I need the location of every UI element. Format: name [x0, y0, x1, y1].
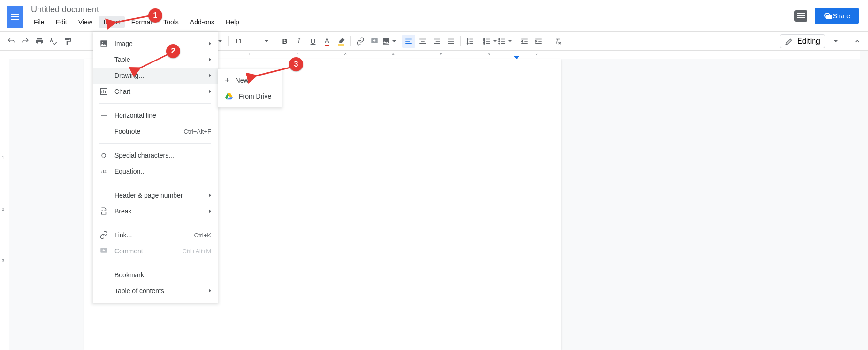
menu-item-label: Footnote: [114, 128, 140, 135]
submenu-arrow-icon: [209, 193, 211, 197]
svg-line-13: [139, 54, 168, 68]
underline-button[interactable]: U: [306, 35, 320, 48]
font-size-field[interactable]: 11: [232, 37, 258, 45]
paint-format-button[interactable]: [61, 35, 74, 48]
menu-addons[interactable]: Add-ons: [185, 16, 219, 28]
submenu-item-from-drive[interactable]: From Drive: [218, 88, 282, 104]
mode-dropdown[interactable]: [828, 35, 841, 48]
svg-text:3: 3: [484, 42, 485, 45]
menu-item-comment: Comment Ctrl+Alt+M: [93, 243, 218, 259]
align-right-button[interactable]: [430, 35, 443, 48]
menu-item-label: Table: [114, 56, 130, 63]
menu-item-horizontal-line[interactable]: Horizontal line: [93, 107, 218, 123]
svg-line-12: [114, 16, 149, 23]
share-button-label: Share: [833, 12, 850, 20]
comment-icon: [99, 247, 108, 255]
menu-item-label: Bookmark: [114, 271, 144, 279]
toolbar-separator: [275, 36, 275, 46]
share-button[interactable]: Share: [815, 8, 859, 24]
menu-separator: [99, 183, 211, 183]
toolbar-separator: [480, 36, 480, 46]
document-title[interactable]: Untitled document: [29, 3, 794, 15]
svg-point-9: [102, 42, 103, 43]
blank-icon: [99, 127, 108, 136]
mode-selector[interactable]: Editing: [780, 34, 825, 48]
svg-line-14: [255, 68, 290, 76]
menu-item-chart[interactable]: Chart: [93, 84, 218, 99]
toolbar-separator: [350, 36, 351, 46]
font-size-dropdown[interactable]: [259, 35, 272, 48]
decrease-indent-button[interactable]: [518, 35, 531, 48]
bulleted-list-button[interactable]: [498, 35, 512, 48]
menu-item-link[interactable]: Link... Ctrl+K: [93, 227, 218, 243]
submenu-arrow-icon: [209, 209, 211, 213]
align-center-button[interactable]: [416, 35, 429, 48]
insert-image-button[interactable]: [382, 35, 396, 48]
print-button[interactable]: [33, 35, 46, 48]
docs-logo-icon[interactable]: [7, 6, 23, 28]
text-color-button[interactable]: A: [320, 35, 334, 48]
toolbar-separator: [399, 36, 399, 46]
menu-item-equation[interactable]: π2 Equation...: [93, 163, 218, 179]
menu-view[interactable]: View: [74, 16, 97, 28]
align-left-button[interactable]: [402, 35, 415, 48]
menu-edit[interactable]: Edit: [51, 16, 72, 28]
pi-icon: π2: [99, 167, 108, 175]
blank-icon: [99, 191, 108, 199]
insert-link-button[interactable]: [354, 35, 367, 48]
add-comment-button[interactable]: [368, 35, 381, 48]
highlight-button[interactable]: [335, 35, 348, 48]
h-ruler-mark: 1: [248, 52, 251, 56]
undo-button[interactable]: [5, 35, 18, 48]
align-justify-button[interactable]: [444, 35, 457, 48]
menu-item-special-chars[interactable]: Ω Special characters...: [93, 147, 218, 163]
menu-file[interactable]: File: [29, 16, 49, 28]
clear-formatting-button[interactable]: [551, 35, 564, 48]
menu-tools[interactable]: Tools: [159, 16, 183, 28]
submenu-arrow-icon: [209, 58, 211, 61]
mode-label: Editing: [797, 37, 820, 46]
h-ruler-mark: 7: [535, 52, 538, 56]
header-right: Share: [794, 3, 863, 24]
redo-button[interactable]: [19, 35, 32, 48]
collapse-toolbar-button[interactable]: [851, 35, 863, 47]
h-ruler-mark: 3: [344, 52, 346, 56]
menu-item-break[interactable]: Break: [93, 203, 218, 219]
menu-item-header-page[interactable]: Header & page number: [93, 187, 218, 203]
menu-item-image[interactable]: Image: [93, 36, 218, 52]
menu-item-bookmark[interactable]: Bookmark: [93, 267, 218, 283]
h-ruler-mark: 5: [440, 52, 442, 56]
annotation-arrow-1: [111, 14, 153, 26]
vertical-ruler[interactable]: 1 2 3: [0, 51, 9, 350]
line-spacing-button[interactable]: [464, 35, 477, 48]
link-icon: [99, 231, 108, 239]
blank-icon: [99, 287, 108, 295]
menu-item-toc[interactable]: Table of contents: [93, 283, 218, 299]
v-ruler-mark: 1: [2, 155, 4, 160]
submenu-label: New: [236, 76, 249, 84]
bold-button[interactable]: B: [278, 35, 291, 48]
menu-help[interactable]: Help: [221, 16, 244, 28]
open-comments-icon[interactable]: [794, 10, 807, 22]
pencil-icon: [785, 37, 793, 46]
menu-shortcut: Ctrl+K: [194, 232, 211, 239]
blank-icon: [99, 71, 108, 80]
italic-button[interactable]: I: [292, 35, 305, 48]
plus-icon: +: [225, 76, 230, 84]
svg-point-5: [499, 38, 500, 39]
font-size-value: 11: [232, 38, 244, 45]
menu-separator: [99, 223, 211, 223]
toolbar-separator: [548, 36, 548, 46]
h-ruler-mark: 6: [487, 52, 490, 56]
submenu-label: From Drive: [239, 92, 271, 100]
page-break-icon: [99, 207, 108, 215]
lock-icon: [823, 13, 829, 19]
spellcheck-button[interactable]: [47, 35, 60, 48]
annotation-arrow-3: [251, 66, 294, 81]
toolbar-separator: [846, 36, 846, 46]
menu-shortcut: Ctrl+Alt+M: [183, 248, 211, 255]
menu-item-footnote[interactable]: Footnote Ctrl+Alt+F: [93, 123, 218, 139]
h-ruler-mark: 4: [392, 52, 394, 56]
numbered-list-button[interactable]: 123: [483, 35, 497, 48]
increase-indent-button[interactable]: [532, 35, 545, 48]
